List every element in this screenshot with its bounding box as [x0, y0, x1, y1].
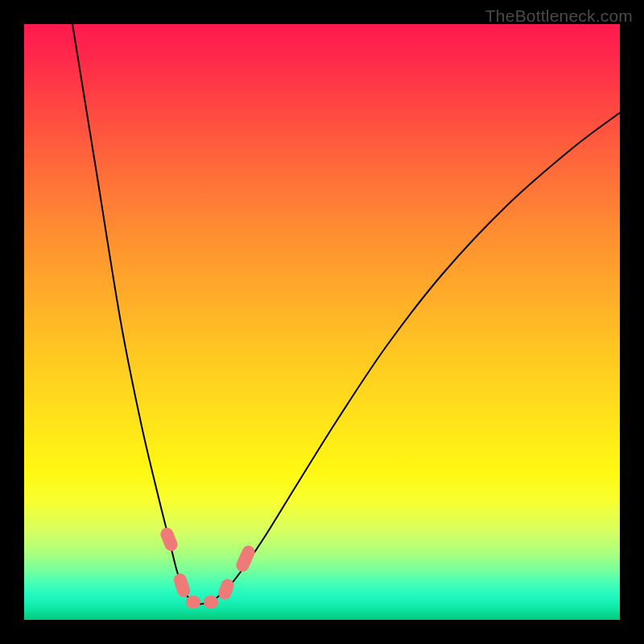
chart-markers	[159, 526, 257, 609]
chart-frame: TheBottleneck.com	[0, 0, 644, 644]
marker-bottom-2	[204, 596, 218, 609]
marker-left-high	[159, 526, 180, 553]
marker-right-high	[234, 543, 257, 574]
marker-bottom-1	[186, 596, 200, 609]
chart-svg	[24, 24, 620, 620]
bottleneck-curve	[72, 24, 620, 604]
plot-area	[24, 24, 620, 620]
watermark-text: TheBottleneck.com	[485, 6, 633, 26]
marker-left-low	[172, 572, 192, 598]
